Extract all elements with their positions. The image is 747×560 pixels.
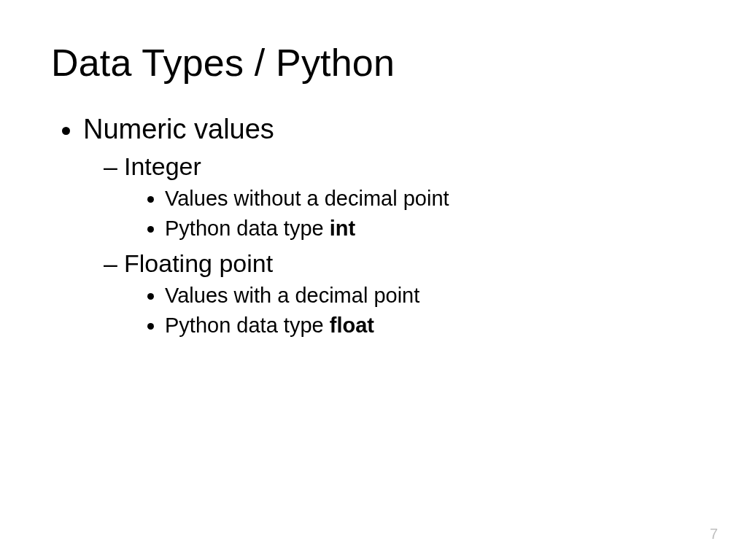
list-item: Numeric values Integer Values without a … [83,114,696,338]
bullet-bold: float [330,314,374,337]
page-number: 7 [710,526,718,542]
bullet-text: Floating point [124,249,273,277]
list-item: Integer Values without a decimal point P… [104,152,696,241]
slide: Data Types / Python Numeric values Integ… [0,0,747,560]
bullet-list-level2: Integer Values without a decimal point P… [83,152,696,338]
bullet-text: Integer [124,152,201,180]
slide-title: Data Types / Python [51,41,696,85]
bullet-bold: int [330,217,355,240]
bullet-text: Python data type [165,217,330,240]
list-item: Python data type float [165,314,696,338]
bullet-list-level1: Numeric values Integer Values without a … [51,114,696,338]
list-item: Python data type int [165,217,696,241]
bullet-text: Values with a decimal point [165,284,419,307]
list-item: Values with a decimal point [165,284,696,308]
list-item: Values without a decimal point [165,187,696,211]
bullet-text: Python data type [165,314,330,337]
bullet-list-level3: Values with a decimal point Python data … [124,284,696,338]
bullet-text: Numeric values [83,114,274,144]
bullet-text: Values without a decimal point [165,187,449,210]
list-item: Floating point Values with a decimal poi… [104,249,696,338]
bullet-list-level3: Values without a decimal point Python da… [124,187,696,241]
